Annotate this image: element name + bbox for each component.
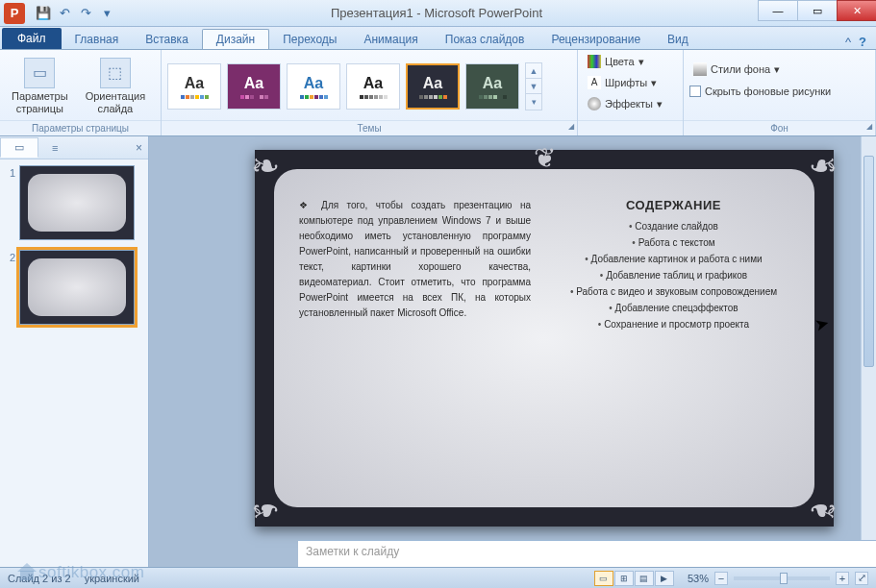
toc-item: Добавление спецэффектов	[558, 302, 789, 314]
title-bar: P 💾 ↶ ↷ ▾ Презентация1 - Microsoft Power…	[0, 0, 876, 27]
bg-launcher-icon[interactable]: ◢	[866, 122, 872, 131]
theme-down-icon[interactable]: ▼	[526, 79, 541, 94]
group-variants: Цвета ▾ AШрифты ▾ Эффекты ▾	[578, 50, 684, 135]
slide-orientation-button[interactable]: ⬚ Ориентация слайда	[80, 54, 151, 118]
thumbnail-tabs: ▭ ≡ ×	[0, 136, 148, 159]
close-pane-icon[interactable]: ×	[136, 141, 142, 155]
tab-design[interactable]: Дизайн	[202, 29, 269, 49]
hide-bg-graphics-checkbox[interactable]: Скрыть фоновые рисунки	[689, 86, 831, 97]
zoom-in-button[interactable]: +	[836, 572, 849, 585]
ribbon: ▭ Параметры страницы ⬚ Ориентация слайда…	[0, 50, 876, 136]
thumbnail-row: 1	[4, 165, 144, 240]
theme-nav: ▲▼▾	[525, 62, 542, 110]
close-button[interactable]: ✕	[837, 0, 876, 21]
status-slide-count: Слайд 2 из 2	[8, 573, 71, 584]
fit-window-button[interactable]: ⤢	[855, 572, 868, 585]
app-icon: P	[4, 3, 25, 24]
toc-item: Работа с видео и звуковым сопровождением	[558, 285, 789, 298]
zoom-percent[interactable]: 53%	[688, 573, 709, 584]
slide-editor[interactable]: ❧ ❧ ❧ ❧ ❦ ❖ Для того, чтобы создать през…	[149, 136, 876, 567]
slide-thumbnail-2[interactable]	[19, 250, 135, 325]
ribbon-minimize-icon[interactable]: ^	[845, 35, 851, 49]
view-buttons: ▭ ⊞ ▤ ▶	[594, 571, 674, 586]
status-language[interactable]: украинский	[85, 573, 139, 584]
effects-button[interactable]: Эффекты ▾	[584, 95, 666, 112]
save-icon[interactable]: 💾	[35, 5, 52, 22]
scrollbar-thumb[interactable]	[863, 156, 874, 367]
slide-number: 2	[4, 250, 15, 325]
undo-icon[interactable]: ↶	[56, 5, 73, 22]
ribbon-tabs: Файл Главная Вставка Дизайн Переходы Ани…	[0, 27, 876, 50]
sorter-view-button[interactable]: ⊞	[614, 571, 634, 586]
slide-text-left[interactable]: ❖ Для того, чтобы создать презентацию на…	[299, 198, 531, 488]
theme-item-2[interactable]: Aa	[287, 63, 340, 110]
theme-item-1[interactable]: Aa	[227, 63, 281, 110]
group-background: Стили фона ▾ Скрыть фоновые рисунки Фон …	[684, 50, 876, 135]
window-controls: — ▭ ✕	[758, 0, 876, 26]
group-label-variants	[578, 120, 683, 135]
toc-item: Работа с текстом	[558, 236, 789, 249]
tab-home[interactable]: Главная	[62, 30, 133, 49]
tab-review[interactable]: Рецензирование	[538, 30, 654, 49]
slide-text-right[interactable]: СОДЕРЖАНИЕ Создание слайдовРабота с текс…	[558, 198, 789, 488]
fonts-icon: A	[588, 76, 601, 89]
tab-animation[interactable]: Анимация	[350, 30, 431, 49]
zoom-control: 53% − + ⤢	[688, 572, 868, 585]
zoom-slider[interactable]	[734, 576, 830, 580]
group-label-background: Фон ◢	[684, 120, 875, 135]
slide-thumbnail-pane: ▭ ≡ × 1 2	[0, 136, 149, 567]
tab-view[interactable]: Вид	[654, 30, 702, 49]
theme-item-3[interactable]: Aa	[346, 63, 400, 110]
tab-file[interactable]: Файл	[2, 28, 62, 49]
thumbnail-list: 1 2	[0, 159, 148, 567]
minimize-button[interactable]: —	[758, 0, 798, 21]
maximize-button[interactable]: ▭	[797, 0, 838, 21]
checkbox-icon	[689, 86, 701, 97]
page-setup-icon: ▭	[24, 58, 55, 88]
slideshow-view-button[interactable]: ▶	[655, 571, 674, 586]
theme-up-icon[interactable]: ▲	[526, 63, 541, 79]
theme-item-4[interactable]: Aa	[406, 63, 460, 110]
toc-item: Сохранение и просмотр проекта	[558, 318, 789, 331]
page-setup-button[interactable]: ▭ Параметры страницы	[6, 54, 74, 118]
normal-view-button[interactable]: ▭	[594, 571, 613, 586]
themes-launcher-icon[interactable]: ◢	[568, 122, 574, 131]
workspace: ▭ ≡ × 1 2 ❧ ❧ ❧ ❧ ❦ ❖ Для того, чтобы со…	[0, 136, 876, 567]
group-label-themes: Темы ◢	[162, 120, 577, 135]
vertical-scrollbar[interactable]	[861, 136, 876, 540]
group-themes: AaAaAaAaAaAa▲▼▾ Темы ◢	[162, 50, 578, 135]
tab-outline[interactable]: ≡	[38, 139, 71, 157]
bg-styles-icon	[693, 62, 707, 76]
redo-icon[interactable]: ↷	[77, 5, 94, 22]
window-title: Презентация1 - Microsoft PowerPoint	[115, 6, 758, 20]
tab-slides[interactable]: ▭	[0, 137, 38, 158]
theme-more-icon[interactable]: ▾	[526, 94, 541, 110]
slide-number: 1	[4, 165, 15, 240]
toc-item: Создание слайдов	[558, 220, 789, 233]
colors-button[interactable]: Цвета ▾	[584, 53, 648, 70]
group-label-page-setup: Параметры страницы	[0, 120, 161, 135]
slide-heading: СОДЕРЖАНИЕ	[558, 198, 789, 212]
zoom-out-button[interactable]: −	[714, 572, 728, 585]
theme-item-0[interactable]: Aa	[167, 63, 221, 110]
group-page-setup: ▭ Параметры страницы ⬚ Ориентация слайда…	[0, 50, 162, 135]
effects-icon	[588, 97, 601, 110]
slide-toc-list: Создание слайдовРабота с текстомДобавлен…	[558, 220, 789, 331]
theme-item-5[interactable]: Aa	[465, 63, 519, 110]
tab-slideshow[interactable]: Показ слайдов	[432, 30, 538, 49]
reading-view-button[interactable]: ▤	[635, 571, 654, 586]
toc-item: Добавление таблиц и графиков	[558, 269, 789, 282]
orientation-icon: ⬚	[100, 58, 131, 88]
slide-canvas[interactable]: ❧ ❧ ❧ ❧ ❦ ❖ Для того, чтобы создать през…	[255, 150, 834, 527]
notes-pane[interactable]: Заметки к слайду	[298, 540, 876, 567]
qat-more-icon[interactable]: ▾	[98, 5, 115, 22]
tab-insert[interactable]: Вставка	[132, 30, 202, 49]
slide-thumbnail-1[interactable]	[19, 165, 135, 240]
tab-transitions[interactable]: Переходы	[269, 30, 350, 49]
thumbnail-row: 2	[4, 250, 144, 325]
zoom-knob[interactable]	[780, 573, 788, 584]
help-icon[interactable]: ?	[859, 35, 866, 49]
fonts-button[interactable]: AШрифты ▾	[584, 74, 661, 91]
toc-item: Добавление картинок и работа с ними	[558, 253, 789, 265]
background-styles-button[interactable]: Стили фона ▾	[689, 61, 784, 78]
